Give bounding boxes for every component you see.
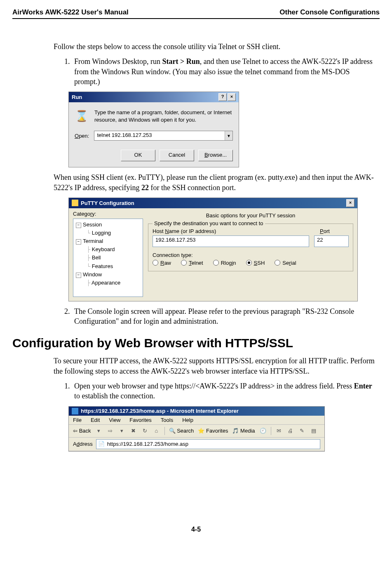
forward-dropdown-icon[interactable]: ▾ bbox=[118, 427, 126, 435]
run-title: Run bbox=[72, 94, 82, 100]
header-left: AirWorks AWK-5222 User's Manual bbox=[12, 8, 129, 16]
port-label: Port bbox=[320, 228, 349, 234]
expander-icon[interactable]: − bbox=[76, 223, 81, 228]
host-input[interactable]: 192.168.127.253 bbox=[153, 235, 309, 247]
refresh-icon[interactable]: ↻ bbox=[141, 427, 149, 435]
https-step1-post: to establish the connection. bbox=[74, 392, 155, 400]
ok-button[interactable]: OK bbox=[121, 150, 155, 161]
run-icon: ⌛ bbox=[75, 109, 89, 123]
ie-title-text: https://192.168.127.253/home.asp - Micro… bbox=[81, 408, 239, 414]
ie-figure: https://192.168.127.253/home.asp - Micro… bbox=[68, 406, 325, 452]
mail-icon[interactable]: ✉ bbox=[275, 427, 283, 435]
destination-groupbox: Specify the destination you want to conn… bbox=[148, 224, 353, 271]
menu-favorites[interactable]: Favorites bbox=[129, 417, 151, 423]
radio-serial[interactable]: Serial bbox=[275, 260, 296, 266]
cancel-button[interactable]: Cancel bbox=[160, 150, 194, 161]
browse-button[interactable]: Browse... bbox=[198, 150, 233, 161]
edit-icon[interactable]: ✎ bbox=[298, 427, 306, 435]
tree-keyboard[interactable]: Keyboard bbox=[92, 246, 115, 252]
favorites-button[interactable]: ⭐ Favorites bbox=[198, 428, 228, 434]
step1-pre: From Windows Desktop, run bbox=[74, 57, 162, 66]
run-message: Type the name of a program, folder, docu… bbox=[94, 109, 233, 123]
open-value: telnet 192.168.127.253 bbox=[94, 131, 225, 140]
back-button[interactable]: ⇦ Back bbox=[73, 428, 91, 434]
category-tree[interactable]: −Session └ Logging −Terminal ├ Keyboard … bbox=[73, 219, 143, 297]
header-right: Other Console Configurations bbox=[279, 8, 380, 16]
expander-icon[interactable]: − bbox=[76, 273, 81, 278]
menu-file[interactable]: File bbox=[73, 417, 82, 423]
radio-telnet[interactable]: Telnet bbox=[181, 260, 203, 266]
radio-raw[interactable]: Raw bbox=[153, 260, 171, 266]
history-icon[interactable]: 🕘 bbox=[259, 427, 267, 435]
step1-bold: Start > Run bbox=[162, 57, 200, 66]
connection-type-label: Connection type: bbox=[153, 252, 349, 258]
ie-toolbar: ⇦ Back ▾ ⇨ ▾ ✖ ↻ ⌂ 🔍 Search ⭐ Favorites … bbox=[69, 425, 324, 438]
putty-icon bbox=[72, 200, 78, 206]
home-icon[interactable]: ⌂ bbox=[153, 427, 160, 435]
tree-features[interactable]: Features bbox=[92, 263, 113, 269]
putty-banner: Basic options for your PuTTY session bbox=[148, 212, 353, 219]
forward-icon[interactable]: ⇨ bbox=[107, 427, 114, 435]
ie-icon bbox=[72, 408, 78, 414]
intro-paragraph: Follow the steps below to access the con… bbox=[54, 42, 376, 52]
groupbox-title: Specify the destination you want to conn… bbox=[153, 220, 265, 226]
radio-rlogin[interactable]: Rlogin bbox=[213, 260, 236, 266]
discuss-icon[interactable]: ▤ bbox=[310, 427, 317, 435]
port-input[interactable]: 22 bbox=[314, 235, 349, 247]
category-label: Category: bbox=[73, 211, 143, 217]
close-button[interactable]: × bbox=[228, 93, 236, 101]
https-paragraph: To secure your HTTP access, the AWK-5222… bbox=[54, 356, 376, 376]
https-step1-pre: Open your web browser and type https://<… bbox=[74, 382, 354, 390]
expander-icon[interactable]: − bbox=[76, 239, 81, 245]
print-icon[interactable]: 🖨 bbox=[287, 427, 294, 435]
ssh-paragraph: When using SSH client (ex. PuTTY), pleas… bbox=[54, 172, 376, 193]
menu-view[interactable]: View bbox=[109, 417, 120, 423]
address-label: Address bbox=[73, 441, 93, 447]
run-dialog-figure: Run ? × ⌛ Type the name of a program, fo… bbox=[68, 92, 239, 167]
putty-figure: PuTTY Configuration × Category: −Session… bbox=[68, 198, 358, 301]
tree-logging[interactable]: Logging bbox=[92, 230, 111, 236]
search-button[interactable]: 🔍 Search bbox=[169, 428, 194, 434]
step-1: From Windows Desktop, run Start > Run, a… bbox=[72, 56, 376, 87]
menu-help[interactable]: Help bbox=[182, 417, 193, 423]
chevron-down-icon[interactable]: ▼ bbox=[225, 131, 232, 140]
https-step1-bold: Enter bbox=[354, 382, 372, 390]
tree-bell[interactable]: Bell bbox=[92, 254, 101, 261]
open-combobox[interactable]: telnet 192.168.127.253 ▼ bbox=[94, 131, 233, 141]
host-label: Host Name (or IP address) bbox=[153, 228, 312, 234]
stop-icon[interactable]: ✖ bbox=[130, 427, 137, 435]
page-icon: 📄 bbox=[98, 441, 105, 447]
media-button[interactable]: 🎵 Media bbox=[232, 428, 255, 434]
step-2: The Console login screen will appear. Pl… bbox=[72, 306, 376, 327]
menu-tools[interactable]: Tools bbox=[161, 417, 173, 423]
ssh-para-bold: 22 bbox=[141, 184, 149, 192]
tree-session[interactable]: Session bbox=[83, 221, 102, 228]
menu-edit[interactable]: Edit bbox=[91, 417, 100, 423]
https-step-1: Open your web browser and type https://<… bbox=[72, 381, 376, 401]
back-dropdown-icon[interactable]: ▾ bbox=[95, 427, 103, 435]
address-field[interactable]: 📄 https://192.168.127.253/home.asp bbox=[96, 439, 320, 449]
address-value: https://192.168.127.253/home.asp bbox=[107, 441, 188, 447]
tree-terminal[interactable]: Terminal bbox=[83, 238, 103, 244]
page-number: 4-5 bbox=[12, 526, 380, 541]
ssh-para-post: for the SSH connection port. bbox=[149, 184, 236, 192]
close-button[interactable]: × bbox=[346, 199, 354, 207]
section-heading: Configuration by Web Browser with HTTPS/… bbox=[12, 336, 376, 350]
putty-title: PuTTY Configuration bbox=[81, 200, 134, 206]
open-label: Open: bbox=[75, 133, 89, 139]
tree-window[interactable]: Window bbox=[83, 271, 102, 278]
ie-menu-bar: File Edit View Favorites Tools Help bbox=[69, 416, 324, 425]
help-button[interactable]: ? bbox=[218, 93, 227, 101]
tree-appearance[interactable]: Appearance bbox=[92, 280, 120, 286]
radio-ssh[interactable]: SSH bbox=[246, 260, 265, 266]
